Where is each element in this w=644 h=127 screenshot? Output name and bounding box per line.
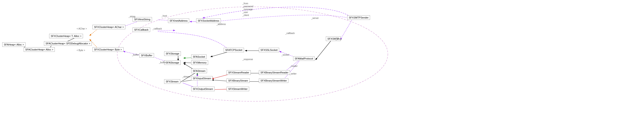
node-SFASocket: SFASocket (191, 54, 206, 59)
node-SFATCPSocket: SFATCPSocket (224, 48, 244, 52)
node-SFXBuffer: SFXBuffer (139, 53, 154, 58)
label-reader: _reader (290, 65, 298, 67)
label-smtp: _smtp (336, 38, 342, 40)
node-SFXAnsiString: SFXAnsiString (132, 17, 152, 22)
svg-line-27 (316, 40, 332, 60)
node-SFXSMTPSender: SFXSMTPSender (347, 15, 370, 20)
diagram-container: SFAHeap< Alloc > SFAClusterHeap< Alloc >… (0, 0, 644, 127)
svg-point-29 (117, 7, 388, 101)
label-writer: _writer (290, 73, 296, 75)
label-callback-2: _callback (152, 27, 162, 30)
label-message: _message (242, 8, 253, 10)
node-SFAStream: SFAStream (191, 69, 207, 73)
label-host: _host (162, 15, 167, 17)
label-address: _address (216, 23, 226, 25)
node-SFXInetAddress: SFXInetAddress (168, 18, 189, 23)
label-stream: _stream (182, 75, 190, 78)
node-SFAMailProtocol: SFAMailProtocol (293, 56, 314, 61)
node-SFXClusterHeapAChar: SFXClusterHeap< AChar > (92, 25, 125, 29)
label-achar: < AChar > (77, 27, 87, 30)
diagram-arrows (0, 0, 644, 127)
node-SFXStorage: SFXStorage (164, 51, 181, 56)
node-SFXStreamReader: SFXStreamReader (226, 70, 251, 75)
label-byte: < Byte > (77, 49, 85, 52)
node-SFAStorage: SFAStorage (164, 60, 180, 65)
label-response: _response (242, 58, 253, 61)
svg-line-28 (340, 20, 352, 39)
label-user: _user (242, 11, 248, 13)
node-SFAHeapAlloc: SFAHeap< Alloc > (2, 42, 26, 47)
label-string: _string (128, 15, 135, 18)
node-SFXStream: SFXStream (164, 79, 180, 84)
node-SFXInputStream: SFXInputStream (191, 76, 213, 81)
node-SFXCallback: SFXCallback (132, 27, 150, 32)
node-SFXBinaryStreamWriter: SFXBinaryStreamWriter (259, 78, 288, 83)
node-SFXOutputStream: SFXOutputStream (191, 87, 215, 91)
label-buffer-1: _buffer (132, 54, 139, 56)
label-callback-1: _callback (285, 32, 295, 34)
node-SFXSocketAddress: SFXSocketAddress (196, 18, 221, 23)
label-server: _server (311, 17, 318, 19)
label-socket: _socket (282, 54, 289, 56)
node-SFXClusterHeapT: SFXClusterHeap< T, Alloc > (49, 34, 83, 38)
label-client: _client (242, 14, 249, 16)
node-SFXStreamWriter: SFXStreamWriter (226, 87, 249, 91)
label-from: _from (242, 2, 248, 5)
node-SFXSSLSocket: SFXSSLSocket (259, 48, 279, 52)
node-SFXBinaryStream: SFXBinaryStream (226, 78, 250, 83)
node-SFAClusterHeapAlloc: SFAClusterHeap< Alloc > (24, 47, 55, 52)
node-SFAClusterHeapFDDebug: SFAClusterHeap< SFDDebugAllocator > (44, 41, 92, 46)
label-password: _password (242, 5, 253, 8)
node-SFXClusterHeapByte: SFXClusterHeap< Byte > (92, 47, 124, 52)
node-SFXBinaryStreamReader: SFXBinaryStreamReader (259, 70, 290, 75)
node-SFXMemory: SFXMemory (191, 60, 208, 65)
label-buffer-2: _buffer (159, 61, 166, 64)
